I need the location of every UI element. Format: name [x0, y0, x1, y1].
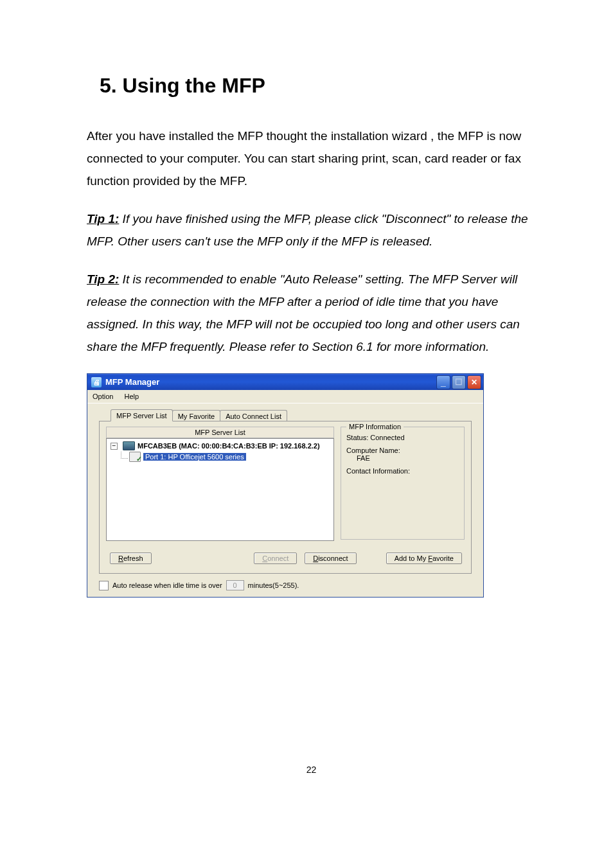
auto-release-suffix: minutes(5~255).	[248, 581, 299, 589]
window-title: MFP Manager	[105, 377, 159, 387]
tab-auto-connect[interactable]: Auto Connect List	[220, 410, 287, 421]
add-favorite-button[interactable]: Add to My Favorite	[386, 553, 462, 564]
app-icon: 🖨	[91, 377, 102, 387]
heading: 5. Using the MFP	[100, 74, 536, 98]
tip2-label: Tip 2:	[87, 272, 119, 286]
server-tree[interactable]: − MFCAB3EB (MAC: 00:00:B4:CA:B3:EB IP: 1…	[106, 438, 334, 541]
refresh-button[interactable]: Refresh	[110, 553, 152, 564]
mfp-manager-window: 🖨 MFP Manager _ ☐ ✕ Option Help MFP Serv…	[87, 373, 484, 598]
auto-release-row: Auto release when idle time is over 0 mi…	[99, 580, 472, 590]
page-number: 22	[87, 765, 536, 775]
server-icon	[123, 441, 135, 450]
tree-server-node[interactable]: − MFCAB3EB (MAC: 00:00:B4:CA:B3:EB IP: 1…	[111, 441, 330, 450]
minimize-button[interactable]: _	[436, 375, 450, 389]
info-legend: MFP Information	[346, 423, 404, 430]
tab-my-favorite[interactable]: My Favorite	[172, 410, 220, 421]
collapse-icon[interactable]: −	[111, 443, 118, 450]
tree-port-node[interactable]: Port 1: HP Officejet 5600 series	[121, 452, 330, 462]
close-button[interactable]: ✕	[467, 375, 481, 389]
tip1-paragraph: Tip 1: If you have finished using the MF…	[87, 208, 536, 252]
mfp-information-box: MFP Information Status: Connected Comput…	[341, 427, 465, 540]
tip2-paragraph: Tip 2: It is recommended to enable "Auto…	[87, 268, 536, 358]
tip2-body: It is recommended to enable "Auto Releas…	[87, 272, 520, 353]
auto-release-checkbox[interactable]	[99, 581, 109, 590]
connect-button: Connect	[254, 553, 297, 564]
intro-paragraph: After you have installed the MFP thought…	[87, 125, 536, 192]
tab-panel: MFP Server List − MFCAB3EB (MAC: 00:00:B…	[99, 421, 472, 574]
maximize-button: ☐	[452, 375, 466, 389]
menu-help[interactable]: Help	[124, 393, 139, 400]
server-label: MFCAB3EB (MAC: 00:00:B4:CA:B3:EB IP: 192…	[138, 442, 320, 450]
titlebar[interactable]: 🖨 MFP Manager _ ☐ ✕	[87, 374, 483, 390]
auto-release-label: Auto release when idle time is over	[112, 581, 222, 589]
menubar: Option Help	[87, 390, 483, 403]
tip1-label: Tip 1:	[87, 212, 119, 226]
tab-server-list[interactable]: MFP Server List	[111, 409, 173, 421]
disconnect-button[interactable]: Disconnect	[305, 553, 356, 564]
tab-strip: MFP Server List My Favorite Auto Connect…	[111, 409, 472, 421]
printer-icon	[129, 452, 141, 462]
auto-release-minutes-field[interactable]: 0	[226, 580, 244, 590]
info-computer-name-label: Computer Name:	[346, 447, 459, 454]
info-computer-name-value: FAE	[346, 454, 459, 462]
port-label: Port 1: HP Officejet 5600 series	[143, 453, 246, 461]
info-contact-label: Contact Information:	[346, 467, 459, 475]
menu-option[interactable]: Option	[93, 393, 113, 400]
tip1-body: If you have finished using the MFP, plea…	[87, 212, 528, 248]
info-status: Status: Connected	[346, 434, 459, 441]
server-list-header: MFP Server List	[106, 427, 334, 438]
tree-line-icon	[121, 452, 128, 459]
